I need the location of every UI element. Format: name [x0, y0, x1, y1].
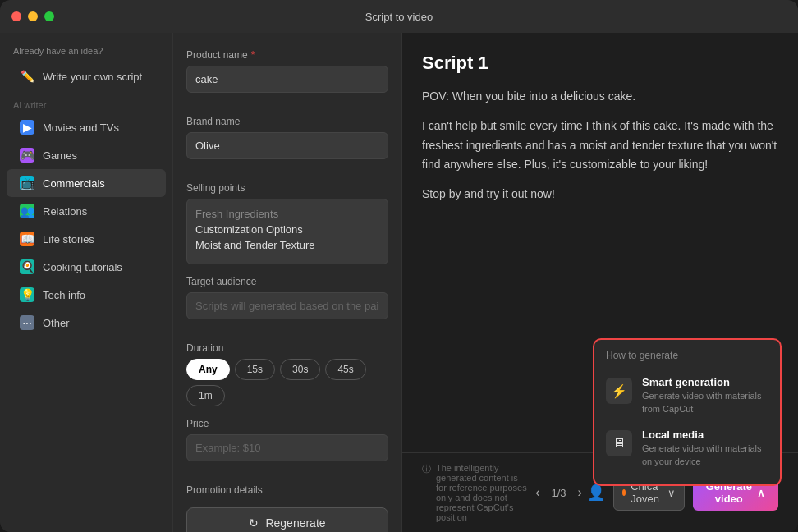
form-panel: Product name * Brand name Selling points…: [172, 33, 402, 532]
sidebar-top-label: Already have an idea?: [0, 46, 172, 62]
pencil-icon: ✏️: [20, 69, 34, 84]
titlebar: Script to video: [0, 0, 798, 33]
relations-label: Relations: [43, 205, 87, 218]
sidebar-item-tech[interactable]: 💡 Tech info: [7, 281, 166, 309]
script-title: Script 1: [422, 53, 778, 74]
commercials-label: Commercials: [43, 177, 105, 190]
voice-chevron-icon: ∨: [667, 487, 676, 499]
sidebar-item-commercials[interactable]: 📺 Commercials: [7, 169, 166, 197]
sidebar: Already have an idea? ✏️ Write your own …: [0, 33, 172, 532]
other-label: Other: [43, 317, 70, 329]
selling-point-1: Fresh Ingredients: [195, 206, 379, 222]
price-section: Price: [186, 418, 388, 473]
script-info: ⓘ The intelligently generated content is…: [422, 463, 530, 522]
dropdown-smart-generation[interactable]: ⚡ Smart generation Generate video with m…: [594, 369, 780, 422]
selling-points-label: Selling points: [186, 182, 388, 194]
movies-icon: ▶: [20, 120, 34, 135]
duration-section: Duration Any 15s 30s 45s 1m: [186, 342, 388, 406]
sidebar-item-other[interactable]: ··· Other: [7, 309, 166, 337]
chevron-up-icon: ∧: [757, 487, 765, 499]
selling-point-3: Moist and Tender Texture: [195, 237, 379, 253]
sidebar-item-games[interactable]: 🎮 Games: [7, 141, 166, 169]
other-icon: ···: [20, 315, 34, 330]
info-text: The intelligently generated content is f…: [436, 463, 530, 522]
minimize-button[interactable]: [28, 11, 38, 21]
promotion-section: Promotion details: [186, 484, 388, 496]
app-window: Script to video Already have an idea? ✏️…: [0, 0, 798, 532]
local-media-text: Local media Generate video with material…: [642, 429, 768, 468]
required-indicator: *: [251, 49, 255, 61]
script-nav: ‹ 1/3 ›: [530, 484, 587, 502]
ai-writer-label: AI writer: [0, 90, 172, 113]
cooking-icon: 🍳: [20, 259, 34, 274]
selling-points-section: Selling points Fresh Ingredients Customi…: [186, 182, 388, 264]
next-script-button[interactable]: ›: [573, 484, 587, 502]
duration-label: Duration: [186, 342, 388, 354]
tech-icon: 💡: [20, 287, 34, 302]
sidebar-item-cooking[interactable]: 🍳 Cooking tutorials: [7, 253, 166, 281]
script-panel: Script 1 POV: When you bite into a delic…: [402, 33, 798, 532]
movies-label: Movies and TVs: [43, 122, 119, 134]
info-icon: ⓘ: [422, 463, 431, 475]
life-stories-label: Life stories: [43, 233, 94, 245]
window-title: Script to video: [365, 11, 433, 23]
price-input[interactable]: [186, 434, 388, 461]
product-name-label: Product name *: [186, 49, 388, 61]
close-button[interactable]: [11, 11, 21, 21]
script-para-2: I can't help but smile every time I thin…: [422, 117, 778, 175]
cooking-label: Cooking tutorials: [43, 261, 122, 273]
write-own-label: Write your own script: [43, 71, 142, 83]
regenerate-button[interactable]: ↻ Regenerate: [186, 507, 388, 532]
duration-buttons: Any 15s 30s 45s 1m: [186, 359, 388, 406]
brand-name-section: Brand name: [186, 116, 388, 171]
script-para-1: POV: When you bite into a delicious cake…: [422, 87, 778, 107]
local-media-title: Local media: [642, 429, 768, 441]
script-para-3: Stop by and try it out now!: [422, 185, 778, 204]
smart-gen-text: Smart generation Generate video with mat…: [642, 376, 768, 415]
pagination: 1/3: [552, 487, 566, 499]
brand-name-label: Brand name: [186, 116, 388, 127]
games-icon: 🎮: [20, 148, 34, 163]
commercials-icon: 📺: [20, 176, 34, 190]
product-name-input[interactable]: [186, 66, 388, 93]
duration-1m[interactable]: 1m: [186, 385, 225, 406]
local-media-desc: Generate video with materials on your de…: [642, 443, 768, 468]
brand-name-input[interactable]: [186, 132, 388, 159]
dropdown-title: How to generate: [594, 350, 780, 369]
sidebar-item-write-own[interactable]: ✏️ Write your own script: [7, 62, 166, 90]
sidebar-item-life-stories[interactable]: 📖 Life stories: [7, 225, 166, 253]
target-audience-input[interactable]: [186, 292, 388, 319]
duration-15s[interactable]: 15s: [235, 359, 275, 380]
relations-icon: 👥: [20, 204, 34, 218]
regenerate-icon: ↻: [249, 516, 259, 530]
sidebar-item-movies[interactable]: ▶ Movies and TVs: [7, 113, 166, 141]
target-audience-section: Target audience: [186, 276, 388, 331]
selling-points-box[interactable]: Fresh Ingredients Customization Options …: [186, 199, 388, 264]
regenerate-label: Regenerate: [265, 516, 325, 530]
local-media-icon: 🖥: [606, 430, 632, 456]
games-label: Games: [43, 149, 77, 162]
main-content: Already have an idea? ✏️ Write your own …: [0, 33, 798, 532]
window-controls: [11, 11, 54, 21]
generate-dropdown: How to generate ⚡ Smart generation Gener…: [593, 338, 782, 486]
duration-30s[interactable]: 30s: [280, 359, 320, 380]
smart-gen-title: Smart generation: [642, 376, 768, 388]
promotion-label: Promotion details: [186, 484, 388, 496]
target-audience-label: Target audience: [186, 276, 388, 287]
maximize-button[interactable]: [44, 11, 54, 21]
life-stories-icon: 📖: [20, 232, 34, 246]
avatar-button[interactable]: 👤: [587, 484, 605, 502]
product-name-section: Product name *: [186, 49, 388, 104]
dropdown-local-media[interactable]: 🖥 Local media Generate video with materi…: [594, 422, 780, 475]
smart-gen-icon: ⚡: [606, 378, 632, 404]
duration-any[interactable]: Any: [186, 359, 230, 380]
smart-gen-desc: Generate video with materials from CapCu…: [642, 390, 768, 415]
price-label: Price: [186, 418, 388, 429]
duration-45s[interactable]: 45s: [325, 359, 365, 380]
prev-script-button[interactable]: ‹: [530, 484, 544, 502]
script-body: POV: When you bite into a delicious cake…: [422, 87, 778, 204]
tech-label: Tech info: [43, 289, 85, 301]
voice-dot: [622, 489, 626, 496]
sidebar-item-relations[interactable]: 👥 Relations: [7, 197, 166, 225]
selling-point-2: Customization Options: [195, 222, 379, 237]
